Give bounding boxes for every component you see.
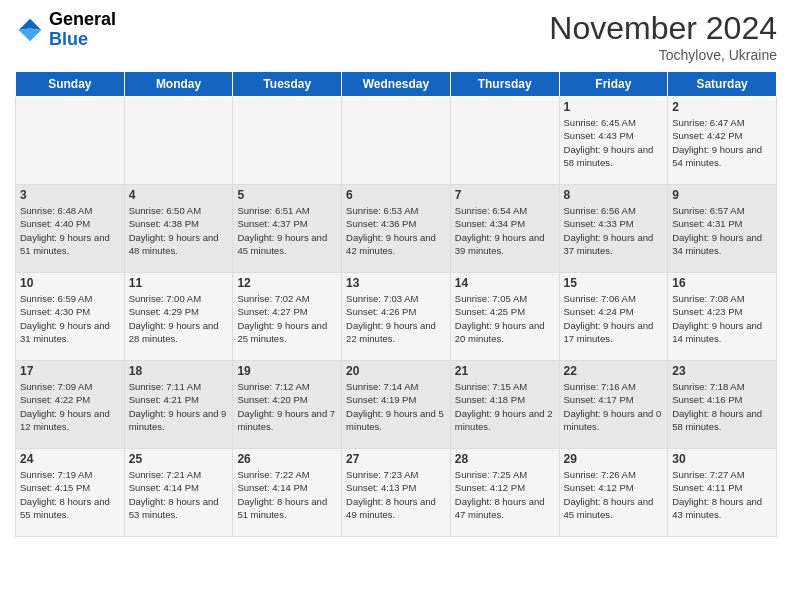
col-thursday: Thursday — [450, 72, 559, 97]
day-number: 1 — [564, 100, 664, 114]
day-info: Sunrise: 6:53 AM Sunset: 4:36 PM Dayligh… — [346, 204, 446, 257]
day-number: 24 — [20, 452, 120, 466]
day-number: 12 — [237, 276, 337, 290]
table-row: 6Sunrise: 6:53 AM Sunset: 4:36 PM Daylig… — [342, 185, 451, 273]
location-subtitle: Tochylove, Ukraine — [549, 47, 777, 63]
month-title: November 2024 — [549, 10, 777, 47]
table-row: 30Sunrise: 7:27 AM Sunset: 4:11 PM Dayli… — [668, 449, 777, 537]
table-row: 19Sunrise: 7:12 AM Sunset: 4:20 PM Dayli… — [233, 361, 342, 449]
table-row: 16Sunrise: 7:08 AM Sunset: 4:23 PM Dayli… — [668, 273, 777, 361]
day-number: 26 — [237, 452, 337, 466]
day-info: Sunrise: 7:16 AM Sunset: 4:17 PM Dayligh… — [564, 380, 664, 433]
day-number: 27 — [346, 452, 446, 466]
col-friday: Friday — [559, 72, 668, 97]
table-row: 28Sunrise: 7:25 AM Sunset: 4:12 PM Dayli… — [450, 449, 559, 537]
table-row — [124, 97, 233, 185]
table-row: 21Sunrise: 7:15 AM Sunset: 4:18 PM Dayli… — [450, 361, 559, 449]
day-number: 15 — [564, 276, 664, 290]
day-number: 20 — [346, 364, 446, 378]
day-info: Sunrise: 6:47 AM Sunset: 4:42 PM Dayligh… — [672, 116, 772, 169]
page-header: General Blue November 2024 Tochylove, Uk… — [15, 10, 777, 63]
day-number: 18 — [129, 364, 229, 378]
day-number: 6 — [346, 188, 446, 202]
day-info: Sunrise: 6:56 AM Sunset: 4:33 PM Dayligh… — [564, 204, 664, 257]
logo-text: General Blue — [49, 10, 116, 50]
table-row: 20Sunrise: 7:14 AM Sunset: 4:19 PM Dayli… — [342, 361, 451, 449]
table-row — [16, 97, 125, 185]
table-row: 7Sunrise: 6:54 AM Sunset: 4:34 PM Daylig… — [450, 185, 559, 273]
table-row: 15Sunrise: 7:06 AM Sunset: 4:24 PM Dayli… — [559, 273, 668, 361]
day-number: 17 — [20, 364, 120, 378]
day-info: Sunrise: 7:05 AM Sunset: 4:25 PM Dayligh… — [455, 292, 555, 345]
day-info: Sunrise: 7:18 AM Sunset: 4:16 PM Dayligh… — [672, 380, 772, 433]
table-row: 10Sunrise: 6:59 AM Sunset: 4:30 PM Dayli… — [16, 273, 125, 361]
col-saturday: Saturday — [668, 72, 777, 97]
calendar-header-row: Sunday Monday Tuesday Wednesday Thursday… — [16, 72, 777, 97]
day-number: 30 — [672, 452, 772, 466]
day-number: 25 — [129, 452, 229, 466]
table-row: 26Sunrise: 7:22 AM Sunset: 4:14 PM Dayli… — [233, 449, 342, 537]
day-number: 21 — [455, 364, 555, 378]
day-info: Sunrise: 7:00 AM Sunset: 4:29 PM Dayligh… — [129, 292, 229, 345]
day-info: Sunrise: 7:26 AM Sunset: 4:12 PM Dayligh… — [564, 468, 664, 521]
table-row: 24Sunrise: 7:19 AM Sunset: 4:15 PM Dayli… — [16, 449, 125, 537]
table-row — [342, 97, 451, 185]
table-row: 8Sunrise: 6:56 AM Sunset: 4:33 PM Daylig… — [559, 185, 668, 273]
table-row: 2Sunrise: 6:47 AM Sunset: 4:42 PM Daylig… — [668, 97, 777, 185]
day-number: 3 — [20, 188, 120, 202]
table-row: 11Sunrise: 7:00 AM Sunset: 4:29 PM Dayli… — [124, 273, 233, 361]
logo: General Blue — [15, 10, 116, 50]
calendar-week-row: 24Sunrise: 7:19 AM Sunset: 4:15 PM Dayli… — [16, 449, 777, 537]
svg-marker-1 — [19, 28, 42, 41]
day-number: 7 — [455, 188, 555, 202]
logo-blue: Blue — [49, 30, 116, 50]
day-info: Sunrise: 6:54 AM Sunset: 4:34 PM Dayligh… — [455, 204, 555, 257]
table-row: 9Sunrise: 6:57 AM Sunset: 4:31 PM Daylig… — [668, 185, 777, 273]
day-info: Sunrise: 6:51 AM Sunset: 4:37 PM Dayligh… — [237, 204, 337, 257]
day-info: Sunrise: 6:48 AM Sunset: 4:40 PM Dayligh… — [20, 204, 120, 257]
day-number: 9 — [672, 188, 772, 202]
day-number: 19 — [237, 364, 337, 378]
table-row: 13Sunrise: 7:03 AM Sunset: 4:26 PM Dayli… — [342, 273, 451, 361]
day-number: 10 — [20, 276, 120, 290]
table-row: 12Sunrise: 7:02 AM Sunset: 4:27 PM Dayli… — [233, 273, 342, 361]
logo-icon — [15, 15, 45, 45]
table-row: 1Sunrise: 6:45 AM Sunset: 4:43 PM Daylig… — [559, 97, 668, 185]
table-row: 29Sunrise: 7:26 AM Sunset: 4:12 PM Dayli… — [559, 449, 668, 537]
day-info: Sunrise: 6:59 AM Sunset: 4:30 PM Dayligh… — [20, 292, 120, 345]
day-info: Sunrise: 7:14 AM Sunset: 4:19 PM Dayligh… — [346, 380, 446, 433]
day-number: 14 — [455, 276, 555, 290]
day-info: Sunrise: 7:12 AM Sunset: 4:20 PM Dayligh… — [237, 380, 337, 433]
calendar-week-row: 17Sunrise: 7:09 AM Sunset: 4:22 PM Dayli… — [16, 361, 777, 449]
day-info: Sunrise: 7:19 AM Sunset: 4:15 PM Dayligh… — [20, 468, 120, 521]
table-row — [233, 97, 342, 185]
day-number: 28 — [455, 452, 555, 466]
day-number: 11 — [129, 276, 229, 290]
table-row — [450, 97, 559, 185]
table-row: 14Sunrise: 7:05 AM Sunset: 4:25 PM Dayli… — [450, 273, 559, 361]
day-number: 16 — [672, 276, 772, 290]
col-tuesday: Tuesday — [233, 72, 342, 97]
col-sunday: Sunday — [16, 72, 125, 97]
calendar-week-row: 10Sunrise: 6:59 AM Sunset: 4:30 PM Dayli… — [16, 273, 777, 361]
day-info: Sunrise: 6:45 AM Sunset: 4:43 PM Dayligh… — [564, 116, 664, 169]
col-wednesday: Wednesday — [342, 72, 451, 97]
day-number: 2 — [672, 100, 772, 114]
day-info: Sunrise: 6:57 AM Sunset: 4:31 PM Dayligh… — [672, 204, 772, 257]
svg-marker-0 — [19, 19, 42, 30]
day-info: Sunrise: 7:06 AM Sunset: 4:24 PM Dayligh… — [564, 292, 664, 345]
table-row: 4Sunrise: 6:50 AM Sunset: 4:38 PM Daylig… — [124, 185, 233, 273]
day-number: 8 — [564, 188, 664, 202]
day-info: Sunrise: 7:21 AM Sunset: 4:14 PM Dayligh… — [129, 468, 229, 521]
table-row: 5Sunrise: 6:51 AM Sunset: 4:37 PM Daylig… — [233, 185, 342, 273]
calendar-table: Sunday Monday Tuesday Wednesday Thursday… — [15, 71, 777, 537]
day-info: Sunrise: 7:09 AM Sunset: 4:22 PM Dayligh… — [20, 380, 120, 433]
table-row: 18Sunrise: 7:11 AM Sunset: 4:21 PM Dayli… — [124, 361, 233, 449]
day-info: Sunrise: 7:27 AM Sunset: 4:11 PM Dayligh… — [672, 468, 772, 521]
table-row: 23Sunrise: 7:18 AM Sunset: 4:16 PM Dayli… — [668, 361, 777, 449]
day-info: Sunrise: 7:11 AM Sunset: 4:21 PM Dayligh… — [129, 380, 229, 433]
day-info: Sunrise: 7:03 AM Sunset: 4:26 PM Dayligh… — [346, 292, 446, 345]
day-number: 23 — [672, 364, 772, 378]
day-info: Sunrise: 7:08 AM Sunset: 4:23 PM Dayligh… — [672, 292, 772, 345]
calendar-week-row: 3Sunrise: 6:48 AM Sunset: 4:40 PM Daylig… — [16, 185, 777, 273]
